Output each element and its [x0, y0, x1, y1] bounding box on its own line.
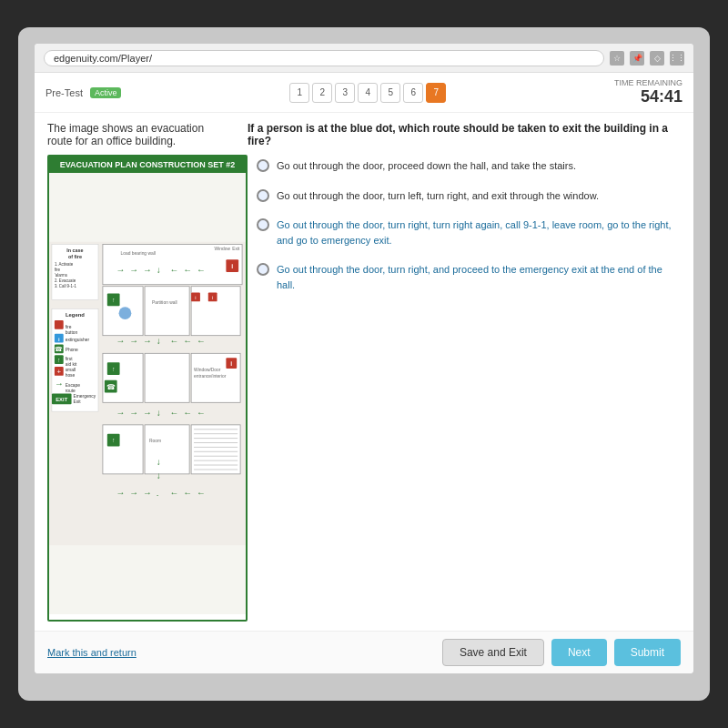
svg-text:button: button: [66, 330, 78, 335]
svg-text:→: →: [116, 408, 126, 418]
svg-text:↑: ↑: [112, 366, 115, 372]
svg-text:i: i: [212, 295, 213, 300]
svg-text:←: ←: [170, 488, 179, 498]
right-description: If a person is at the blue dot, which ro…: [248, 122, 681, 147]
svg-text:.: .: [157, 488, 159, 498]
svg-text:first: first: [66, 357, 74, 361]
svg-text:←: ←: [197, 408, 206, 418]
svg-rect-59: [145, 425, 189, 474]
content-panels: EVACUATION PLAN CONSTRUCTION SET #2 In c…: [47, 155, 681, 622]
save-exit-button[interactable]: Save and Exit: [442, 639, 544, 666]
tab-5[interactable]: 5: [380, 83, 400, 103]
svg-text:1. Activate: 1. Activate: [55, 262, 74, 267]
svg-rect-61: [191, 425, 240, 474]
svg-text:extinguisher: extinguisher: [66, 338, 90, 342]
timer: TIME REMAINING 54:41: [614, 78, 682, 106]
radio-a[interactable]: [257, 159, 269, 172]
laptop-frame: edgenuity.com/Player/ ☆ 📌 ◇ ⋮⋮ Pre-Test …: [18, 27, 710, 701]
star-icon[interactable]: ☆: [610, 51, 624, 66]
answer-text-d: Go out through the door, turn right, and…: [277, 262, 681, 292]
svg-text:fire: fire: [55, 268, 61, 272]
evac-header: EVACUATION PLAN CONSTRUCTION SET #2: [49, 157, 246, 173]
svg-text:Partition wall: Partition wall: [152, 300, 177, 305]
next-button[interactable]: Next: [551, 639, 607, 666]
svg-text:→: →: [116, 337, 126, 347]
svg-text:→: →: [129, 265, 138, 275]
svg-text:Window: Window: [215, 247, 231, 251]
tab-4[interactable]: 4: [358, 83, 378, 103]
svg-text:←: ←: [183, 337, 192, 347]
svg-text:↓: ↓: [157, 457, 161, 467]
evacuation-panel: EVACUATION PLAN CONSTRUCTION SET #2 In c…: [47, 155, 248, 622]
svg-text:←: ←: [170, 337, 179, 347]
extension-icon[interactable]: ◇: [650, 51, 664, 66]
svg-text:i: i: [195, 295, 196, 300]
radio-b[interactable]: [257, 189, 269, 202]
timer-value: 54:41: [614, 87, 682, 106]
svg-text:Window/Door: Window/Door: [194, 368, 221, 372]
svg-text:EXIT: EXIT: [56, 397, 67, 402]
svg-text:Escape: Escape: [66, 383, 81, 388]
svg-text:In case: In case: [66, 248, 83, 253]
url-text: edgenuity.com/Player/: [54, 53, 152, 64]
left-description: The image shows an evacuation route for …: [47, 122, 229, 147]
tab-6[interactable]: 6: [403, 83, 423, 103]
svg-text:←: ←: [197, 488, 206, 498]
answer-option-a[interactable]: Go out through the door, proceed down th…: [257, 155, 681, 177]
svg-text:Load bearing wall: Load bearing wall: [121, 251, 156, 256]
svg-text:aid kit: aid kit: [66, 362, 77, 367]
svg-text:↓: ↓: [157, 265, 161, 275]
tab-2[interactable]: 2: [312, 83, 332, 103]
svg-rect-85: [55, 320, 64, 329]
evac-image: In case of fire 1. Activate fire 'alarms…: [49, 173, 246, 614]
svg-rect-58: [103, 425, 143, 474]
bottom-bar: Mark this and return Save and Exit Next …: [35, 631, 693, 673]
svg-text:←: ←: [183, 488, 192, 498]
svg-text:←: ←: [170, 265, 179, 275]
svg-text:2. Evacuate: 2. Evacuate: [55, 278, 76, 283]
svg-text:←: ←: [197, 337, 206, 347]
tab-1[interactable]: 1: [289, 83, 309, 103]
submit-button[interactable]: Submit: [614, 639, 681, 666]
svg-rect-41: [145, 353, 189, 402]
action-buttons: Save and Exit Next Submit: [442, 639, 681, 666]
svg-text:fire: fire: [66, 325, 72, 329]
main-content: The image shows an evacuation route for …: [35, 113, 693, 631]
radio-d[interactable]: [257, 263, 269, 276]
svg-text:Phone: Phone: [66, 348, 78, 352]
svg-text:small: small: [66, 368, 76, 372]
menu-icon[interactable]: ⋮⋮: [670, 51, 684, 66]
svg-text:→: →: [143, 408, 152, 418]
answer-option-d[interactable]: Go out through the door, turn right, and…: [257, 258, 681, 296]
svg-text:↑: ↑: [112, 437, 115, 443]
mark-return-link[interactable]: Mark this and return: [47, 647, 136, 658]
answer-text-c: Go out through the door, turn right, tur…: [277, 217, 681, 248]
svg-text:→: →: [116, 488, 126, 498]
url-bar: edgenuity.com/Player/: [44, 50, 604, 66]
svg-text:↓: ↓: [157, 408, 161, 418]
tab-7[interactable]: 7: [426, 83, 446, 103]
svg-text:←: ←: [170, 408, 179, 418]
svg-text:←: ←: [183, 265, 192, 275]
radio-c[interactable]: [257, 218, 269, 231]
answer-text-b: Go out through the door, turn left, turn…: [277, 188, 599, 204]
svg-point-28: [119, 307, 132, 319]
svg-text:of fire: of fire: [68, 254, 82, 259]
svg-text:Room: Room: [149, 439, 161, 443]
tab-3[interactable]: 3: [335, 83, 355, 103]
svg-text:→: →: [143, 488, 152, 498]
svg-text:↓: ↓: [157, 337, 161, 347]
svg-text:←: ←: [197, 265, 206, 275]
svg-text:i: i: [231, 263, 233, 269]
browser-icons: ☆ 📌 ◇ ⋮⋮: [610, 51, 684, 66]
svg-text:3. Call 9-1-1: 3. Call 9-1-1: [55, 284, 77, 288]
svg-text:'alarms: 'alarms: [55, 273, 68, 278]
active-badge: Active: [90, 87, 122, 98]
svg-text:↓: ↓: [157, 470, 161, 480]
answer-option-b[interactable]: Go out through the door, turn left, turn…: [257, 185, 681, 207]
svg-text:Legend: Legend: [66, 312, 85, 318]
answer-option-c[interactable]: Go out through the door, turn right, tur…: [257, 214, 681, 251]
answer-text-a: Go out through the door, proceed down th…: [277, 158, 576, 174]
content-area: Pre-Test Active 1 2 3 4 5 6 7 TIME REMAI…: [35, 73, 693, 673]
bookmark-icon[interactable]: 📌: [630, 51, 644, 66]
